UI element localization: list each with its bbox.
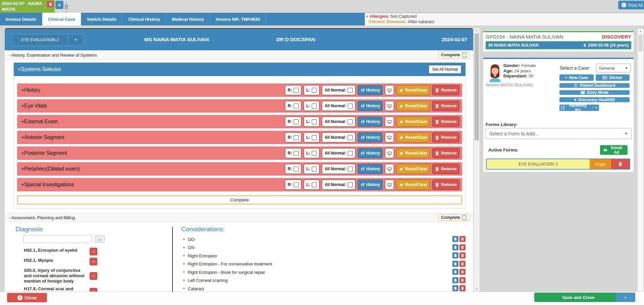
scrollbar-thumb[interactable] [638,34,643,52]
reset-clear-button[interactable]: Reset/Clear [396,132,430,142]
sidebar-scrollbar[interactable]: ▲ [638,29,643,292]
add-visit-tab-button[interactable]: + [55,1,63,9]
right-eye-checkbox-button[interactable]: R: [285,164,301,174]
monitor-button[interactable] [385,117,394,127]
right-eye-checkbox-button[interactable]: R: [285,101,301,111]
set-all-normal-button[interactable]: Set All Normal [429,65,461,74]
checkbox[interactable] [294,104,299,109]
remove-button[interactable]: Remove [432,132,459,142]
systems-selector-bar[interactable]: +Systems Selector Set All Normal [14,63,465,76]
all-normal-checkbox-button[interactable]: All Normal: [322,85,355,95]
active-form-name[interactable]: EYE EVALUATION 2 [487,159,590,169]
remove-button[interactable]: Remove [432,180,459,190]
history-button[interactable]: ↺History [358,148,383,158]
note-button[interactable] [452,252,458,258]
monitor-button[interactable] [385,164,394,174]
left-eye-checkbox-button[interactable]: L: [304,117,319,127]
reset-clear-button[interactable]: Reset/Clear [396,117,430,127]
diagnosis-search-input[interactable] [23,235,92,243]
left-eye-checkbox-button[interactable]: L: [304,101,319,111]
scroll-down-icon[interactable]: ▼ [474,287,480,292]
main-scrollbar[interactable]: ▲ ▼ [474,28,480,292]
all-normal-checkbox-button[interactable]: All Normal: [322,132,355,142]
tab-scroll-spinner[interactable]: ▲ ▼ [64,1,68,13]
checkbox[interactable] [348,119,353,124]
system-row[interactable]: +History R: L: All Normal: ↺History Rese… [17,83,462,97]
checkbox[interactable] [294,119,299,124]
reset-clear-button[interactable]: Reset/Clear [396,85,430,95]
history-button[interactable]: ↺History [358,85,383,95]
checkbox[interactable] [312,167,317,172]
all-normal-checkbox-button[interactable]: All Normal: [322,164,355,174]
reset-clear-button[interactable]: Reset/Clear [396,180,430,190]
history-button[interactable]: ↺History [358,117,383,127]
checkbox[interactable] [294,88,299,93]
checkbox[interactable] [312,135,317,140]
new-case-button[interactable]: + New Case [559,74,594,81]
copy-form-button[interactable]: Copy [590,159,611,169]
save-options-caret-button[interactable]: ▲ [616,293,635,302]
member-bar[interactable]: 00 NAINA MATIA SULIVAN 2000-02-06 (24 ye… [486,41,631,49]
monitor-button[interactable] [385,180,394,190]
right-eye-checkbox-button[interactable]: R: [285,85,301,95]
checkbox[interactable] [348,167,353,172]
checkbox[interactable] [294,167,299,172]
delete-consideration-button[interactable] [459,269,465,275]
scroll-thumb[interactable] [64,4,68,9]
checkbox[interactable] [312,104,317,109]
system-row[interactable]: +Eye Vitals R: L: All Normal: ↺History R… [17,99,462,113]
note-button[interactable] [452,277,458,283]
note-button[interactable] [452,244,458,250]
systems-complete-button[interactable]: Complete [17,195,462,204]
note-button[interactable] [452,261,458,267]
checkbox[interactable] [348,88,353,93]
history-button[interactable]: ↺History [358,180,383,190]
delete-visit-tab-button[interactable] [47,1,54,7]
reset-clear-button[interactable]: Reset/Clear [396,164,430,174]
forms-library-select[interactable]: Select a Form to Add... ▼ [485,128,632,139]
all-normal-checkbox-button[interactable]: All Normal: [322,148,355,158]
tab-clinical-history[interactable]: Clinical History [122,13,166,25]
right-eye-checkbox-button[interactable]: R: [285,117,301,127]
monitor-button[interactable] [385,101,394,111]
story-mode-button[interactable]: Story Mode [559,90,630,95]
note-button[interactable] [452,236,458,242]
remove-diagnosis-button[interactable]: − [90,288,97,292]
chevron-down-icon[interactable]: ▼ [68,34,84,46]
remove-diagnosis-button[interactable]: − [90,272,97,280]
assessment-section-header[interactable]: - Assessment, Planning and Billing Compl… [5,213,473,222]
delete-consideration-button[interactable] [459,261,465,267]
sticker-button[interactable]: Sticker [596,74,630,81]
remove-diagnosis-button[interactable]: − [90,248,97,255]
delete-consideration-button[interactable] [459,285,465,291]
caret-down-icon[interactable]: ▼ [592,106,598,109]
delete-consideration-button[interactable] [459,277,465,283]
discovery-healthid-button[interactable]: ♥ Discovery HealthID [559,97,630,102]
save-and-close-button[interactable]: ✓ Save and Close [534,293,616,302]
close-button[interactable]: ✕ Close [7,293,47,302]
checkbox[interactable] [312,182,317,187]
right-eye-checkbox-button[interactable]: R: [285,148,301,158]
diagnosis-more-button[interactable]: ... [95,235,105,243]
reset-clear-button[interactable]: Reset/Clear [396,148,430,158]
reset-clear-button[interactable]: Reset/Clear [396,101,430,111]
checkbox[interactable] [294,151,299,156]
checkbox[interactable] [312,88,317,93]
checkbox[interactable] [348,182,353,187]
delete-form-button[interactable] [611,159,630,169]
history-button[interactable]: ↺History [358,101,383,111]
tab-medical-history[interactable]: Medical History [166,13,210,25]
history-complete-checkbox-button[interactable]: Complete [438,52,469,58]
left-eye-checkbox-button[interactable]: L: [304,85,319,95]
left-eye-checkbox-button[interactable]: L: [304,180,319,190]
checkbox[interactable] [294,135,299,140]
all-normal-checkbox-button[interactable]: All Normal: [322,180,355,190]
system-row[interactable]: +Periphery(Dilated exam) R: L: All Norma… [17,162,462,176]
delete-consideration-button[interactable] [459,244,465,250]
tab-invoice-nr-tmp4634[interactable]: Invoice NR: TMP4634 [210,13,266,25]
system-row[interactable]: +External Exam R: L: All Normal: ↺Histor… [17,115,462,128]
post-all-button[interactable]: ✓ Post All [618,1,644,9]
tab-invoice-details[interactable]: Invoice Details [0,13,42,25]
scrollbar-thumb[interactable] [475,33,479,140]
remove-button[interactable]: Remove [432,164,459,174]
